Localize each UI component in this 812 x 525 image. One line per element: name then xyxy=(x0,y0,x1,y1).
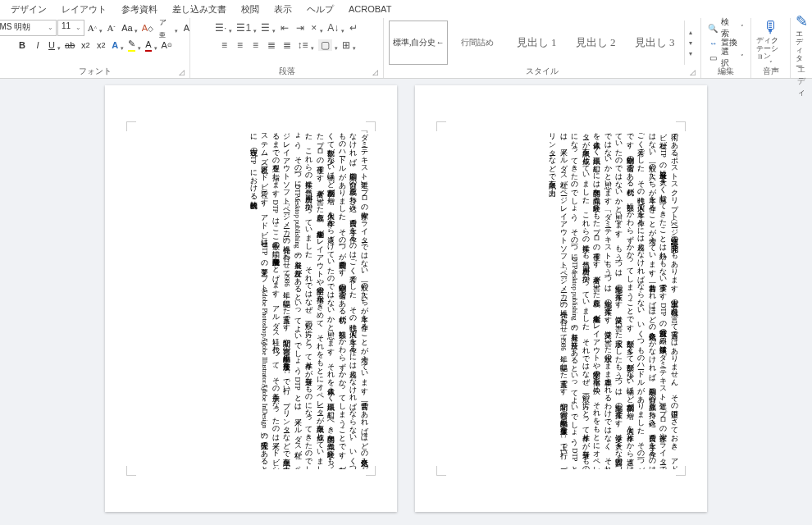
ribbon-group-styles: 標準,自分史← 行間詰め 見出し 1 見出し 2 見出し 3 ▴▾▾ スタイル … xyxy=(384,18,701,78)
menu-acrobat[interactable]: ACROBAT xyxy=(341,2,399,16)
ribbon-group-editor: ✎ エディター エディ xyxy=(791,18,812,78)
style-normal[interactable]: 標準,自分史← xyxy=(389,21,448,65)
styles-dialog-launcher[interactable]: ◿ xyxy=(690,68,699,77)
menu-bar: デザイン レイアウト 参考資料 差し込み文書 校閲 表示 ヘルプ ACROBAT xyxy=(0,0,812,18)
increase-indent-button[interactable]: ⇥ xyxy=(293,20,308,36)
paragraph-dialog-launcher[interactable]: ◿ xyxy=(372,68,381,77)
style-heading3[interactable]: 見出し 3 xyxy=(625,21,684,65)
document-page-2[interactable]: 術である「ポストスクリプト」（ページ記述言語）の開発元でもあります。事実上の一社… xyxy=(415,85,707,512)
text-effects-button[interactable]: A xyxy=(109,37,125,53)
ribbon-group-font: MS 明朝 11 A^ Aˇ Aa A◇ ア亜 A B I U ab x2 x2… xyxy=(0,18,190,78)
phonetic-guide-button[interactable]: ア亜 xyxy=(157,20,179,36)
font-name-combo[interactable]: MS 明朝 xyxy=(0,20,57,36)
page-text[interactable]: 「ダミーテキスト」近年、プロの作家やライターではない、一般の人たちが本を作ること… xyxy=(133,128,369,469)
group-label-paragraph: 段落 xyxy=(195,66,378,78)
asian-layout-button[interactable]: ✕ xyxy=(308,20,324,36)
decrease-indent-button[interactable]: ⇤ xyxy=(277,20,292,36)
crop-mark xyxy=(676,121,686,131)
select-icon: ▭ xyxy=(708,53,718,62)
select-button[interactable]: ▭選択˅ xyxy=(706,51,746,65)
show-marks-button[interactable]: ↵ xyxy=(346,20,361,36)
group-label-editor: エディ xyxy=(796,64,807,99)
font-size-combo[interactable]: 11 xyxy=(57,20,84,36)
style-no-spacing[interactable]: 行間詰め xyxy=(448,21,507,65)
ribbon-group-voice: 🎙 ディクテーション ˅ 音声 xyxy=(751,18,791,78)
line-spacing-button[interactable]: ↕≡ xyxy=(295,37,315,53)
document-page-1[interactable]: 「ダミーテキスト」近年、プロの作家やライターではない、一般の人たちが本を作ること… xyxy=(105,85,397,512)
bold-button[interactable]: B xyxy=(15,37,30,53)
crop-mark xyxy=(366,121,376,131)
microphone-icon: 🎙 xyxy=(763,18,779,37)
menu-help[interactable]: ヘルプ xyxy=(299,2,341,17)
menu-review[interactable]: 校閲 xyxy=(234,2,267,17)
style-heading1[interactable]: 見出し 1 xyxy=(507,21,566,65)
align-center-button[interactable]: ≡ xyxy=(233,37,248,53)
style-gallery-more[interactable]: ▴▾▾ xyxy=(684,21,696,65)
menu-mailings[interactable]: 差し込み文書 xyxy=(165,2,234,17)
menu-view[interactable]: 表示 xyxy=(267,2,299,17)
font-color-button[interactable]: A xyxy=(143,37,157,53)
multilevel-list-button[interactable]: ☰ xyxy=(258,20,276,36)
sort-button[interactable]: A↓ xyxy=(325,20,345,36)
menu-references[interactable]: 参考資料 xyxy=(114,2,165,17)
group-label-editing: 編集 xyxy=(706,66,746,78)
numbering-button[interactable]: ☰1 xyxy=(234,20,258,36)
ribbon-group-paragraph: ☰· ☰1 ☰ ⇤ ⇥ ✕ A↓ ↵ ≡ ≡ ≡ ≣ ≣ ↕≡ ▢ ⊞ 段落 ◿ xyxy=(190,18,384,78)
page-text[interactable]: 術である「ポストスクリプト」（ページ記述言語）の開発元でもあります。事実上の一社… xyxy=(443,128,679,469)
character-border-button[interactable]: A⊙ xyxy=(159,37,175,53)
crop-mark xyxy=(436,466,446,476)
font-dialog-launcher[interactable]: ◿ xyxy=(179,68,188,77)
crop-mark xyxy=(126,121,136,131)
group-label-styles: スタイル xyxy=(389,66,696,78)
group-label-voice: 音声 xyxy=(756,66,785,78)
crop-mark xyxy=(436,121,446,131)
crop-mark xyxy=(126,466,136,476)
dictate-button[interactable]: 🎙 ディクテーション ˅ xyxy=(756,21,785,65)
highlight-button[interactable]: ✎ xyxy=(125,37,142,53)
superscript-button[interactable]: x2 xyxy=(94,37,108,53)
menu-layout[interactable]: レイアウト xyxy=(54,2,114,17)
borders-button[interactable]: ⊞ xyxy=(340,37,357,53)
find-button[interactable]: 🔍検索˅ xyxy=(706,21,746,35)
distribute-button[interactable]: ≣ xyxy=(280,37,294,53)
grow-font-button[interactable]: A^ xyxy=(85,20,103,36)
shading-button[interactable]: ▢ xyxy=(316,37,339,53)
document-area[interactable]: 「ダミーテキスト」近年、プロの作家やライターではない、一般の人たちが本を作ること… xyxy=(0,79,812,525)
shrink-font-button[interactable]: Aˇ xyxy=(104,20,119,36)
editor-icon: ✎ xyxy=(796,12,808,30)
change-case-button[interactable]: Aa xyxy=(120,20,139,36)
underline-button[interactable]: U xyxy=(46,37,62,53)
crop-mark xyxy=(366,466,376,476)
editor-button[interactable]: ✎ エディター xyxy=(796,20,808,64)
align-left-button[interactable]: ≡ xyxy=(217,37,232,53)
subscript-button[interactable]: x2 xyxy=(78,37,93,53)
style-gallery: 標準,自分史← 行間詰め 見出し 1 見出し 2 見出し 3 ▴▾▾ xyxy=(389,21,696,65)
menu-design[interactable]: デザイン xyxy=(3,2,54,17)
crop-mark xyxy=(676,466,686,476)
italic-button[interactable]: I xyxy=(30,37,45,53)
style-heading2[interactable]: 見出し 2 xyxy=(566,21,625,65)
search-icon: 🔍 xyxy=(708,24,718,33)
ribbon: MS 明朝 11 A^ Aˇ Aa A◇ ア亜 A B I U ab x2 x2… xyxy=(0,18,812,79)
strikethrough-button[interactable]: ab xyxy=(62,37,77,53)
align-right-button[interactable]: ≡ xyxy=(249,37,263,53)
ribbon-group-editing: 🔍検索˅ ↔置換 ▭選択˅ 編集 xyxy=(701,18,751,78)
clear-formatting-button[interactable]: A◇ xyxy=(139,20,155,36)
group-label-font: フォント xyxy=(5,66,185,78)
justify-button[interactable]: ≣ xyxy=(264,37,279,53)
replace-icon: ↔ xyxy=(708,39,718,48)
bullets-button[interactable]: ☰· xyxy=(212,20,233,36)
